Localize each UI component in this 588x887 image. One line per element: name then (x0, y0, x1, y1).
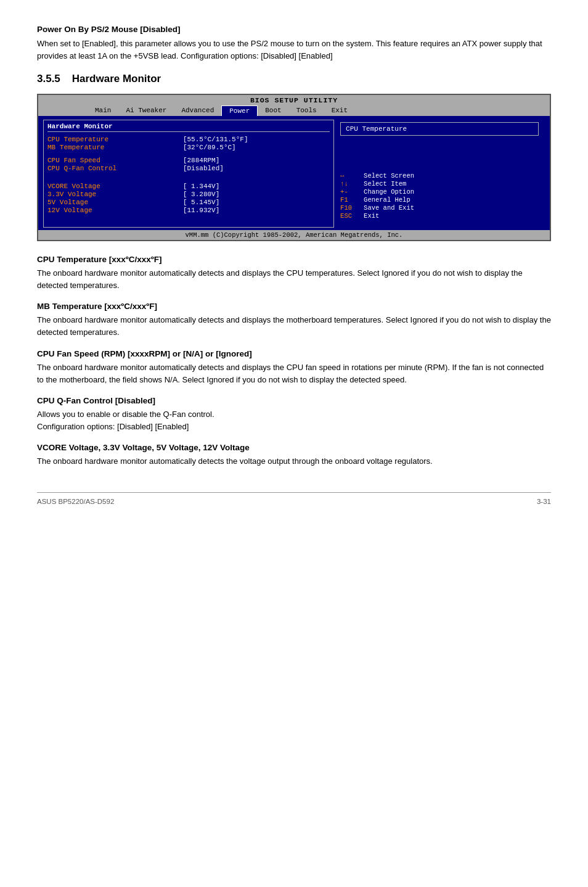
bios-key-row-f10: F10 Save and Exit (340, 204, 539, 212)
power-on-section: Power On By PS/2 Mouse [Disabled] When s… (37, 25, 551, 62)
bios-value-qfan: [Disabled] (183, 165, 330, 172)
power-on-heading: Power On By PS/2 Mouse [Disabled] (37, 25, 551, 34)
bios-tab-aitweaker[interactable]: Ai Tweaker (118, 105, 174, 116)
bios-label-5v: 5V Voltage (47, 199, 183, 206)
bios-value-vcore: [ 1.344V] (183, 183, 330, 190)
footer-right: 3-31 (537, 498, 551, 505)
bios-value-cpu-temp: [55.5°C/131.5°F] (183, 136, 330, 143)
bios-value-12v: [11.932V] (183, 207, 330, 214)
bios-left-panel: Hardware Monitor CPU Temperature [55.5°C… (43, 120, 334, 228)
subsection-voltages-text: The onboard hardware monitor automatical… (37, 455, 551, 468)
bios-row-vcore: VCORE Voltage [ 1.344V] (47, 183, 330, 190)
subsection-mb-temp-text: The onboard hardware monitor automatical… (37, 314, 551, 339)
subsection-qfan-heading: CPU Q-Fan Control [Disabled] (37, 396, 551, 405)
bios-label-vcore: VCORE Voltage (47, 183, 183, 190)
bios-label-12v: 12V Voltage (47, 207, 183, 214)
bios-title-bar: BIOS SETUP UTILITY (38, 95, 550, 105)
subsection-cpu-fan-heading: CPU Fan Speed (RPM) [xxxxRPM] or [N/A] o… (37, 349, 551, 358)
page-footer: ASUS BP5220/AS-D592 3-31 (37, 492, 551, 505)
bios-left-title: Hardware Monitor (47, 123, 330, 132)
bios-row-qfan: CPU Q-Fan Control [Disabled] (47, 165, 330, 172)
bios-key-row-select-screen: ↔ Select Screen (340, 172, 539, 179)
bios-key-esc: ESC (340, 212, 359, 220)
bios-key-arrows: ↔ (340, 172, 359, 179)
bios-value-mb-temp: [32°C/89.5°C] (183, 144, 330, 151)
bios-right-highlight: CPU Temperature (340, 122, 539, 136)
bios-key-row-change-option: +- Change Option (340, 188, 539, 196)
subsection-mb-temp: MB Temperature [xxxºC/xxxºF] The onboard… (37, 302, 551, 339)
bios-value-5v: [ 5.145V] (183, 199, 330, 206)
bios-label-qfan: CPU Q-Fan Control (47, 165, 183, 172)
bios-key-row-f1: F1 General Help (340, 196, 539, 204)
subsection-mb-temp-heading: MB Temperature [xxxºC/xxxºF] (37, 302, 551, 311)
bios-key-row-select-item: ↑↓ Select Item (340, 180, 539, 188)
bios-row-cpu-fan: CPU Fan Speed [2884RPM] (47, 157, 330, 164)
bios-key-desc-select-screen: Select Screen (364, 172, 414, 179)
subsection-qfan-text: Allows you to enable or disable the Q-Fa… (37, 408, 551, 433)
bios-key-desc-change-option: Change Option (364, 188, 414, 196)
bios-right-panel: CPU Temperature ↔ Select Screen ↑↓ Selec… (334, 120, 545, 228)
bios-key-plusminus: +- (340, 188, 359, 196)
power-on-text: When set to [Enabled], this parameter al… (37, 38, 551, 62)
subsection-qfan: CPU Q-Fan Control [Disabled] Allows you … (37, 396, 551, 433)
subsection-cpu-fan-text: The onboard hardware monitor automatical… (37, 361, 551, 386)
bios-label-cpu-fan: CPU Fan Speed (47, 157, 183, 164)
bios-tab-exit[interactable]: Exit (324, 105, 355, 116)
bios-row-3v3: 3.3V Voltage [ 3.280V] (47, 191, 330, 198)
subsection-cpu-fan: CPU Fan Speed (RPM) [xxxxRPM] or [N/A] o… (37, 349, 551, 386)
bios-tab-power[interactable]: Power (221, 105, 258, 116)
bios-row-mb-temp: MB Temperature [32°C/89.5°C] (47, 144, 330, 151)
bios-tab-row: Main Ai Tweaker Advanced Power Boot Tool… (38, 105, 550, 116)
bios-label-3v3: 3.3V Voltage (47, 191, 183, 198)
bios-key-f1: F1 (340, 196, 359, 204)
bios-row-cpu-temp: CPU Temperature [55.5°C/131.5°F] (47, 136, 330, 143)
bios-value-3v3: [ 3.280V] (183, 191, 330, 198)
bios-key-updown: ↑↓ (340, 180, 359, 188)
subsection-cpu-temp-text: The onboard hardware monitor automatical… (37, 267, 551, 292)
bios-key-desc-select-item: Select Item (364, 180, 406, 188)
hardware-monitor-heading: 3.5.5 Hardware Monitor (37, 73, 551, 85)
bios-tab-main[interactable]: Main (88, 105, 118, 116)
bios-row-5v: 5V Voltage [ 5.145V] (47, 199, 330, 206)
bios-tab-boot[interactable]: Boot (258, 105, 288, 116)
bios-key-desc-esc: Exit (364, 212, 379, 220)
subsection-cpu-temp-heading: CPU Temperature [xxxºC/xxxºF] (37, 255, 551, 264)
bios-label-mb-temp: MB Temperature (47, 144, 183, 151)
bios-row-12v: 12V Voltage [11.932V] (47, 207, 330, 214)
footer-left: ASUS BP5220/AS-D592 (37, 498, 114, 505)
bios-key-help: ↔ Select Screen ↑↓ Select Item +- Change… (340, 172, 539, 220)
subsection-voltages-heading: VCORE Voltage, 3.3V Voltage, 5V Voltage,… (37, 443, 551, 452)
bios-key-f10: F10 (340, 204, 359, 212)
bios-footer: vMM.mm (C)Copyright 1985-2002, American … (38, 230, 550, 240)
subsection-voltages: VCORE Voltage, 3.3V Voltage, 5V Voltage,… (37, 443, 551, 468)
bios-key-desc-f10: Save and Exit (364, 204, 414, 212)
bios-key-desc-f1: General Help (364, 196, 410, 204)
bios-screenshot: BIOS SETUP UTILITY Main Ai Tweaker Advan… (37, 94, 551, 241)
subsection-cpu-temp: CPU Temperature [xxxºC/xxxºF] The onboar… (37, 255, 551, 292)
bios-tab-advanced[interactable]: Advanced (174, 105, 221, 116)
bios-tab-tools[interactable]: Tools (289, 105, 324, 116)
bios-content: Hardware Monitor CPU Temperature [55.5°C… (38, 116, 550, 230)
bios-label-cpu-temp: CPU Temperature (47, 136, 183, 143)
bios-value-cpu-fan: [2884RPM] (183, 157, 330, 164)
bios-key-row-esc: ESC Exit (340, 212, 539, 220)
